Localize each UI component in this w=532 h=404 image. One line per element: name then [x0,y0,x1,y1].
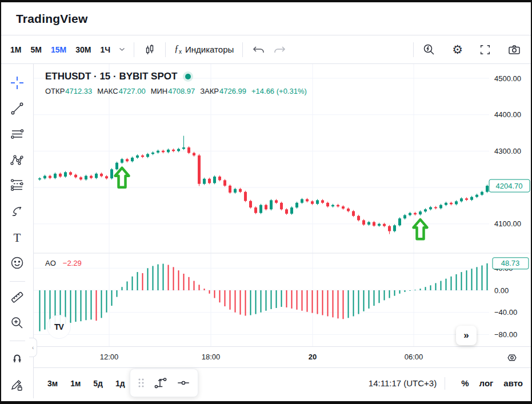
tool-magnet[interactable] [6,347,28,369]
time-axis-label: 18:00 [202,353,221,361]
tool-emoji[interactable] [6,252,28,274]
svg-text:−80.00: −80.00 [494,330,517,339]
main-area: T [1,64,531,398]
timeframe-1h[interactable]: 1Ч [95,42,115,58]
indicators-label: Индикаторы [185,45,234,54]
svg-text:4100.00: 4100.00 [494,219,521,228]
drag-handle-icon[interactable] [137,377,145,389]
settings-button[interactable]: ⚙ [448,41,467,58]
toolbar-divider [165,42,166,57]
timeframe-1m[interactable]: 1M [6,42,26,58]
indicators-button[interactable]: ƒx Индикаторы [170,41,238,58]
price-range-tool-icon[interactable] [153,375,168,390]
chart-type-button[interactable] [139,40,161,59]
range-1m[interactable]: 1м [70,379,81,388]
tool-trend-line[interactable] [6,98,28,119]
bottom-toolbar: 3м 1м 5д 1д [34,367,531,398]
redo-icon [273,44,287,55]
svg-text:4500.00: 4500.00 [494,74,521,83]
sidebar-divider [10,281,25,282]
low-value: 4708.97 [168,87,195,95]
quick-search-button[interactable] [418,40,440,59]
fib-retracement-icon [10,127,25,142]
undo-icon [251,44,265,55]
sidebar-divider [10,341,25,341]
toolbar-divider [242,42,243,57]
range-1d[interactable]: 1д [115,379,125,388]
candlestick-chart-icon [143,43,157,57]
app-header: TradingView [1,2,531,35]
undo-button[interactable] [247,41,269,58]
time-axis-label: 12:00 [100,353,119,361]
zoom-in-icon [10,315,25,330]
ohlc-legend: ОТКР4712.33 МАКС4727.00 МИН4708.97 ЗАКР4… [45,87,307,95]
tool-projection[interactable] [6,174,28,195]
svg-text:−40.00: −40.00 [494,308,517,317]
toolbar-divider [134,42,134,57]
tool-ruler[interactable] [6,286,28,308]
percent-scale-button[interactable]: % [461,378,469,388]
log-scale-button[interactable]: лог [479,378,494,388]
tool-crosshair[interactable] [6,72,28,94]
ao-indicator-legend[interactable]: AO −2.29 [45,259,82,267]
price-chart-canvas[interactable]: 4500.004400.004300.004100.0040.000.00−40… [34,64,530,346]
tool-zoom-in[interactable] [6,312,28,334]
market-status-dot[interactable] [185,74,191,79]
ruler-icon [10,290,25,305]
sidebar-collapse-handle[interactable]: ‹ [29,338,37,357]
chart-column: 4500.004400.004300.004100.0040.000.00−40… [34,64,531,398]
high-value: 4727.00 [119,87,146,95]
last-price-badge: 4204.70 [489,179,530,192]
show-more-panes-button[interactable]: » [456,326,477,345]
price-axis-labels: 4500.004400.004300.004100.0040.000.00−40… [494,74,521,339]
fullscreen-button[interactable] [475,41,495,59]
svg-text:T: T [14,231,21,245]
collapse-chevron-icon: ‹ [32,344,34,351]
redo-button[interactable] [269,41,291,58]
tool-text[interactable]: T [6,227,28,249]
brush-icon [10,204,25,219]
drawing-toolbar: T [1,64,34,398]
trend-line-icon [10,101,25,116]
range-3m[interactable]: 3м [47,379,58,388]
tool-drawing-lock[interactable] [6,374,28,396]
symbol-title[interactable]: ETHUSDT · 15 · BYBIT SPOT [45,71,177,82]
ao-last-value-badge: 48.73 [493,258,529,269]
chevron-down-icon [119,47,125,51]
range-5d[interactable]: 5д [93,379,103,388]
tradingview-logo[interactable]: TradingView [16,12,88,26]
timeframe-5m[interactable]: 5M [26,42,46,58]
time-axis-label: 06:00 [405,353,423,361]
svg-text:4204.70: 4204.70 [496,182,523,190]
projection-icon [10,177,25,192]
tool-pattern-xabcd[interactable] [6,149,28,171]
gear-icon: ⚙ [452,43,463,55]
timeframe-dropdown-button[interactable] [115,45,129,54]
crosshair-icon [10,75,25,90]
timeframe-15m[interactable]: 15M [46,42,71,58]
svg-text:4300.00: 4300.00 [494,147,521,155]
tool-fib-retracement[interactable] [6,123,28,145]
floating-tools-panel[interactable] [130,369,198,397]
fullscreen-icon [479,43,491,56]
svg-text:0.00: 0.00 [494,286,509,295]
open-value: 4712.33 [65,87,92,95]
time-axis[interactable]: 12:0018:002006:00 [34,346,531,367]
clock-label[interactable]: 14:11:17 (UTC+3) [369,378,437,388]
timezone-icon[interactable] [506,351,518,364]
ao-name: AO [45,259,56,267]
text-icon: T [10,230,25,245]
horizontal-line-tool-icon[interactable] [176,375,191,390]
emoji-icon [10,255,25,270]
timeframe-30m[interactable]: 30M [71,42,95,58]
magnet-icon [10,350,25,365]
ao-value: −2.29 [63,259,82,267]
auto-scale-button[interactable]: авто [503,378,523,388]
quick-search-icon [422,43,436,57]
screenshot-button[interactable] [503,40,525,59]
change-value: +14.66 (+0.31%) [251,87,307,95]
bottombar-divider [445,377,445,390]
tradingview-watermark: TV [47,315,71,339]
tool-brush[interactable] [6,201,28,222]
close-value: 4726.99 [219,87,246,95]
